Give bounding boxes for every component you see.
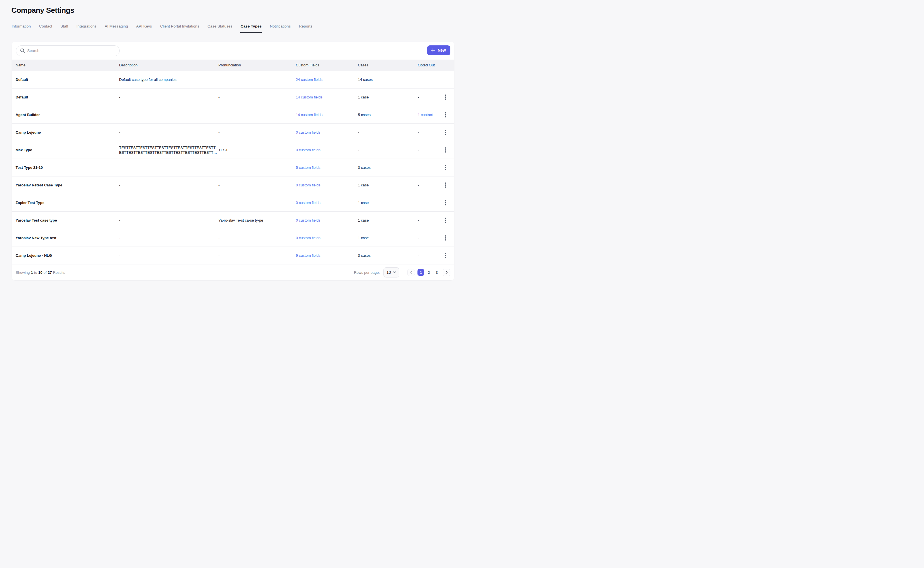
search-icon — [20, 48, 25, 53]
cell-cases: 1 case — [354, 229, 414, 247]
table-row: Yaroslav New Type test--0 custom fields1… — [12, 229, 454, 247]
row-menu-button[interactable] — [442, 128, 449, 136]
cell-cases: - — [354, 141, 414, 159]
cell-opted-out: - — [414, 124, 442, 141]
custom-fields-link[interactable]: 0 custom fields — [296, 148, 321, 152]
page-button-3[interactable]: 3 — [433, 269, 440, 276]
previous-page-button[interactable] — [407, 269, 415, 276]
settings-tab-bar: InformationContactStaffIntegrationsAI Me… — [11, 24, 451, 33]
tab-contact[interactable]: Contact — [39, 24, 53, 33]
cell-custom-fields: 14 custom fields — [292, 106, 354, 124]
search-input[interactable] — [27, 48, 116, 53]
tab-information[interactable]: Information — [11, 24, 31, 33]
cell-description: - — [115, 159, 214, 177]
plus-icon — [431, 48, 435, 53]
cell-name: Default — [12, 89, 115, 106]
table-toolbar: New — [12, 42, 454, 60]
kebab-icon — [445, 112, 446, 118]
cell-opted-out: - — [414, 247, 442, 264]
row-menu-button[interactable] — [442, 164, 449, 172]
custom-fields-link[interactable]: 24 custom fields — [296, 77, 323, 82]
row-menu-button[interactable] — [442, 199, 449, 207]
cell-actions — [442, 159, 454, 177]
custom-fields-link[interactable]: 0 custom fields — [296, 183, 321, 187]
table-row: Test Type 21-10--5 custom fields3 cases- — [12, 159, 454, 177]
kebab-icon — [445, 147, 446, 153]
cell-custom-fields: 0 custom fields — [292, 177, 354, 194]
custom-fields-link[interactable]: 14 custom fields — [296, 113, 323, 117]
cell-pronunciation: - — [214, 106, 292, 124]
custom-fields-link[interactable]: 5 custom fields — [296, 165, 321, 170]
tab-notifications[interactable]: Notifications — [270, 24, 291, 33]
tab-client-portal-invitations[interactable]: Client Portal Invitations — [160, 24, 199, 33]
row-menu-button[interactable] — [442, 234, 449, 242]
page-button-2[interactable]: 2 — [425, 269, 432, 276]
cell-pronunciation: - — [214, 229, 292, 247]
cell-name: Max Type — [12, 141, 115, 159]
table-row: Camp Lejeune - NLG--9 custom fields3 cas… — [12, 247, 454, 264]
rows-per-page-select[interactable]: 10 — [383, 267, 399, 278]
rows-per-page-value: 10 — [387, 270, 391, 275]
custom-fields-link[interactable]: 0 custom fields — [296, 236, 321, 240]
tab-staff[interactable]: Staff — [60, 24, 69, 33]
new-button[interactable]: New — [427, 45, 451, 55]
custom-fields-link[interactable]: 14 custom fields — [296, 95, 323, 99]
custom-fields-link[interactable]: 9 custom fields — [296, 253, 321, 258]
cell-opted-out: - — [414, 229, 442, 247]
row-menu-button[interactable] — [442, 216, 449, 224]
custom-fields-link[interactable]: 0 custom fields — [296, 130, 321, 134]
opted-out-link[interactable]: 1 contact — [418, 113, 433, 117]
kebab-icon — [445, 200, 446, 205]
column-header-opted-out: Opted Out — [414, 60, 442, 71]
row-menu-button[interactable] — [442, 93, 449, 101]
tab-case-types[interactable]: Case Types — [240, 24, 262, 33]
tab-api-keys[interactable]: API Keys — [136, 24, 152, 33]
case-types-card: New NameDescriptionPronunciationCustom F… — [12, 42, 454, 280]
cell-cases: - — [354, 124, 414, 141]
kebab-icon — [445, 253, 446, 258]
row-menu-button[interactable] — [442, 146, 449, 154]
column-header-custom-fields: Custom Fields — [292, 60, 354, 71]
kebab-icon — [445, 235, 446, 240]
cell-custom-fields: 0 custom fields — [292, 229, 354, 247]
tab-integrations[interactable]: Integrations — [76, 24, 97, 33]
table-row: Yaroslav Retest Case Type--0 custom fiel… — [12, 177, 454, 194]
cell-actions — [442, 141, 454, 159]
cell-opted-out: - — [414, 89, 442, 106]
cell-actions — [442, 106, 454, 124]
tab-case-statuses[interactable]: Case Statuses — [207, 24, 233, 33]
page-button-1[interactable]: 1 — [418, 269, 424, 276]
cell-actions — [442, 71, 454, 89]
custom-fields-link[interactable]: 0 custom fields — [296, 201, 321, 205]
tab-reports[interactable]: Reports — [298, 24, 312, 33]
case-types-table: NameDescriptionPronunciationCustom Field… — [12, 60, 454, 265]
row-menu-button[interactable] — [442, 181, 449, 189]
table-row: Max TypeTESTTESTTESTTESTTESTTESTTESTTEST… — [12, 141, 454, 159]
cell-opted-out: - — [414, 211, 442, 229]
cell-custom-fields: 5 custom fields — [292, 159, 354, 177]
cell-pronunciation: - — [214, 89, 292, 106]
tab-ai-messaging[interactable]: AI Messaging — [104, 24, 128, 33]
column-header-pronunciation: Pronunciation — [214, 60, 292, 71]
cell-cases: 5 cases — [354, 106, 414, 124]
cell-custom-fields: 14 custom fields — [292, 89, 354, 106]
table-row: DefaultDefault case type for all compani… — [12, 71, 454, 89]
cell-pronunciation: - — [214, 71, 292, 89]
cell-pronunciation: TEST — [214, 141, 292, 159]
description-text: TESTTESTTESTTESTTESTTESTTESTTESTTESTTEST… — [119, 145, 212, 155]
showing-to: 10 — [38, 270, 42, 275]
cell-actions — [442, 247, 454, 264]
cell-name: Agent Builder — [12, 106, 115, 124]
cell-custom-fields: 0 custom fields — [292, 194, 354, 211]
row-menu-button[interactable] — [442, 252, 449, 260]
cell-cases: 14 cases — [354, 71, 414, 89]
cell-custom-fields: 0 custom fields — [292, 211, 354, 229]
row-menu-button[interactable] — [442, 111, 449, 119]
new-button-label: New — [438, 48, 446, 53]
page-title: Company Settings — [11, 6, 462, 15]
next-page-button[interactable] — [443, 269, 451, 276]
column-header-name: Name — [12, 60, 115, 71]
showing-results-word: Results — [53, 270, 65, 275]
cell-name: Camp Lejeune — [12, 124, 115, 141]
custom-fields-link[interactable]: 0 custom fields — [296, 218, 321, 222]
